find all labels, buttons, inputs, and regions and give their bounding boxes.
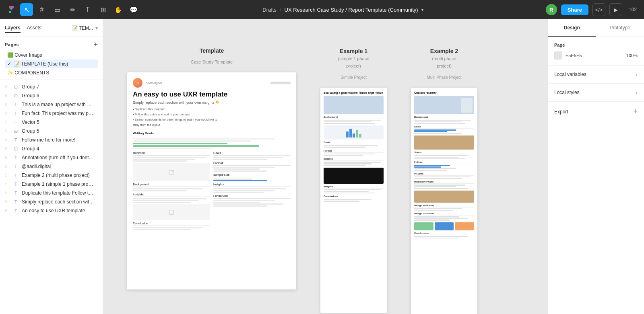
components-tool[interactable]: ⊞ bbox=[97, 3, 109, 16]
comment-tool[interactable]: 💬 bbox=[127, 3, 140, 16]
list-item[interactable]: ⠿ ⊞ Group 7 bbox=[0, 82, 103, 91]
main-layout: Layers Assets 📝 TEM... ▾ Pages + 🟩 Cover… bbox=[0, 19, 644, 314]
right-panel: Design Prototype Page E5E5E5 100% Local … bbox=[547, 19, 644, 314]
page-color-hex[interactable]: E5E5E5 bbox=[566, 53, 582, 58]
local-styles-section: Local styles › bbox=[548, 84, 644, 102]
list-item[interactable]: ⠿ T @aadil.digital bbox=[0, 162, 103, 171]
code-button[interactable]: </> bbox=[592, 3, 605, 16]
pen-tool[interactable]: ✏ bbox=[66, 3, 79, 16]
add-page-button[interactable]: + bbox=[93, 41, 98, 48]
play-button[interactable]: ▶ bbox=[609, 3, 622, 16]
drag-handle: ⠿ bbox=[5, 147, 10, 151]
example2-project: Multi Phase Project bbox=[427, 75, 461, 80]
drag-handle: ⠿ bbox=[5, 111, 10, 116]
layer-label: Annotations (turn off if you dont w... bbox=[22, 155, 94, 160]
drag-handle: ⠿ bbox=[5, 156, 10, 160]
zoom-level[interactable]: 102 bbox=[626, 3, 639, 16]
figma-logo[interactable] bbox=[5, 3, 18, 16]
layer-label: Group 4 bbox=[22, 146, 39, 152]
layer-label: Group 6 bbox=[22, 93, 39, 99]
file-tab-label: 📝 TEM... bbox=[72, 25, 93, 31]
shape-tool[interactable]: ▭ bbox=[51, 3, 64, 16]
tab-prototype[interactable]: Prototype bbox=[596, 19, 644, 37]
page-item-template[interactable]: ✓ 📝 TEMPLATE (Use this) bbox=[5, 60, 98, 68]
file-tab: 📝 TEM... ▾ bbox=[72, 25, 98, 31]
page-active-indicator: ✓ bbox=[7, 61, 11, 67]
tab-design[interactable]: Design bbox=[548, 19, 596, 37]
left-panel-tabs: Layers Assets 📝 TEM... ▾ bbox=[0, 19, 103, 37]
local-variables-chevron[interactable]: › bbox=[636, 71, 638, 78]
local-variables-section: Local variables › bbox=[548, 66, 644, 84]
topbar-breadcrumb: Drafts / UX Research Case Study / Report… bbox=[262, 7, 423, 13]
layer-icon-text: T bbox=[13, 172, 19, 178]
layer-label: Follow me here for more! bbox=[22, 137, 75, 143]
frame-tool[interactable]: # bbox=[35, 3, 48, 16]
tab-assets[interactable]: Assets bbox=[27, 23, 41, 33]
export-add-button[interactable]: + bbox=[633, 107, 638, 116]
example1-document[interactable]: Evaluating a gamification Thesis experie… bbox=[320, 88, 387, 313]
list-item[interactable]: ⠿ T This is a made up project with mul..… bbox=[0, 100, 103, 109]
pages-section: Pages + 🟩 Cover Image ✓ 📝 TEMPLATE (Use … bbox=[0, 37, 103, 80]
list-item[interactable]: ⠿ ⊞ Group 4 bbox=[0, 144, 103, 153]
template-bullets: • Duplicate this template • Follow this … bbox=[133, 107, 291, 127]
layer-icon-vector: — bbox=[13, 119, 19, 125]
export-title: Export bbox=[554, 109, 568, 115]
list-item[interactable]: ⠿ T Example 2 (multi phase project) bbox=[0, 171, 103, 180]
list-item[interactable]: ⠿ ⊞ Group 6 bbox=[0, 91, 103, 100]
list-item[interactable]: ⠿ T Fun fact: This project was my part .… bbox=[0, 109, 103, 118]
list-item[interactable]: ⠿ T Duplicate this template Follow the .… bbox=[0, 189, 103, 197]
page-color-swatch[interactable] bbox=[554, 51, 562, 60]
drag-handle: ⠿ bbox=[5, 209, 10, 213]
local-styles-chevron[interactable]: › bbox=[636, 89, 638, 96]
breadcrumb-start: Drafts bbox=[262, 7, 277, 13]
tab-layers[interactable]: Layers bbox=[5, 23, 21, 33]
move-tool[interactable]: ↖ bbox=[20, 3, 33, 16]
drag-handle: ⠿ bbox=[5, 173, 10, 178]
layer-icon-text: T bbox=[13, 111, 19, 116]
layer-label: Simply replace each section with y... bbox=[22, 199, 94, 205]
right-panel-tabs: Design Prototype bbox=[548, 19, 644, 37]
drag-handle: ⠿ bbox=[5, 164, 10, 169]
layer-icon-group: ⊞ bbox=[13, 84, 19, 90]
share-button[interactable]: Share bbox=[561, 4, 588, 15]
list-item[interactable]: ⠿ T Follow me here for more! bbox=[0, 135, 103, 144]
page-color-opacity[interactable]: 100% bbox=[626, 53, 638, 58]
example2-label: Example 2 (multi phase project) bbox=[430, 47, 458, 70]
hand-tool[interactable]: ✋ bbox=[112, 3, 125, 16]
frame-example2: Example 2 (multi phase project) Multi Ph… bbox=[411, 47, 477, 314]
layer-icon-group: ⊞ bbox=[13, 93, 19, 99]
drag-handle: ⠿ bbox=[5, 138, 10, 142]
breadcrumb-title: UX Research Case Study / Report Template… bbox=[285, 7, 418, 13]
list-item[interactable]: ⠿ — Vector 5 bbox=[0, 118, 103, 127]
layer-icon-text: T bbox=[13, 102, 19, 107]
local-styles-title: Local styles bbox=[554, 90, 580, 95]
list-item[interactable]: ⠿ ⊞ Group 5 bbox=[0, 127, 103, 135]
list-item[interactable]: ⠿ T Example 1 (simple 1 phase project) bbox=[0, 180, 103, 189]
frame-template: Template Case Study Template a aadil.dig… bbox=[127, 47, 296, 289]
frame-example1: Example 1 (simple 1 phase project) Simpl… bbox=[320, 47, 387, 313]
list-item[interactable]: ⠿ T Annotations (turn off if you dont w.… bbox=[0, 153, 103, 162]
layer-label: Example 2 (multi phase project) bbox=[22, 172, 90, 178]
page-item-cover[interactable]: 🟩 Cover Image bbox=[5, 51, 98, 60]
template-sublabel: Case Study Template bbox=[191, 60, 233, 64]
list-item[interactable]: ⠿ T Simply replace each section with y..… bbox=[0, 197, 103, 206]
layer-label: Group 7 bbox=[22, 84, 39, 90]
list-item[interactable]: ⠿ T An easy to use UXR template bbox=[0, 206, 103, 215]
layer-icon-text: T bbox=[13, 137, 19, 143]
topbar-left: ↖ # ▭ ✏ T ⊞ ✋ 💬 bbox=[5, 3, 140, 16]
drag-handle: ⠿ bbox=[5, 200, 10, 204]
layer-icon-text: T bbox=[13, 181, 19, 187]
page-properties-section: Page E5E5E5 100% bbox=[548, 37, 644, 66]
example2-document[interactable]: Chatbot research Background Goals bbox=[411, 88, 477, 314]
export-section: Export + bbox=[548, 102, 644, 121]
layer-icon-text: T bbox=[13, 164, 19, 169]
brand-avatar: a bbox=[133, 78, 142, 88]
text-tool[interactable]: T bbox=[81, 3, 94, 16]
template-headline: An easy to use UXR template bbox=[133, 90, 291, 99]
topbar: ↖ # ▭ ✏ T ⊞ ✋ 💬 Drafts / UX Research Cas… bbox=[0, 0, 644, 19]
page-item-components[interactable]: ✨ COMPONENTS bbox=[5, 68, 98, 77]
layer-icon-text: T bbox=[13, 155, 19, 160]
file-tab-close[interactable]: ▾ bbox=[95, 25, 98, 31]
template-document[interactable]: a aadil.digital An easy to use UXR templ… bbox=[127, 72, 296, 289]
page-section-title: Page bbox=[554, 43, 638, 47]
